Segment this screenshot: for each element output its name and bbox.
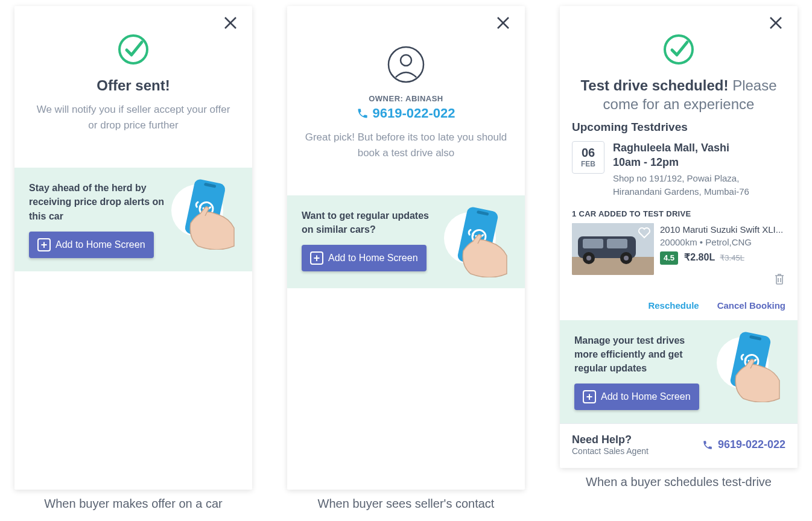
date-badge: 06 FEB xyxy=(572,141,604,174)
avatar-icon xyxy=(387,46,425,83)
heart-icon xyxy=(637,226,652,240)
car-image xyxy=(572,223,654,275)
cancel-booking-link[interactable]: Cancel Booking xyxy=(717,300,785,311)
phone-link[interactable]: 9619-022-022 xyxy=(304,106,508,121)
owner-label: OWNER: ABINASH xyxy=(304,94,508,103)
address: Shop no 191/192, Powai Plaza, Hiranandan… xyxy=(613,172,785,198)
caption: When buyer sees seller's contact xyxy=(318,497,495,511)
close-icon xyxy=(223,16,238,30)
phone-hand-illustration xyxy=(444,209,510,275)
car-meta: 20000km • Petrol,CNG xyxy=(660,236,785,248)
location-name: Raghuleela Mall, Vashi xyxy=(613,141,785,155)
success-check-icon xyxy=(118,34,149,65)
card-subtext: We will notify you if seller accept your… xyxy=(31,102,235,133)
help-heading: Need Help? xyxy=(572,434,649,446)
car-item: 2010 Maruti Suzuki Swift XLI... 20000km … xyxy=(572,223,785,275)
phone-hand-illustration xyxy=(171,181,238,247)
rating-badge: 4.5 xyxy=(660,251,678,265)
car-price: ₹2.80L xyxy=(684,252,715,262)
add-to-home-screen-button[interactable]: + Add to Home Screen xyxy=(302,245,427,271)
plus-icon: + xyxy=(583,390,596,403)
add-to-home-screen-button[interactable]: + Add to Home Screen xyxy=(29,232,154,258)
phone-hand-illustration xyxy=(717,333,783,400)
promo-banner: Stay ahead of the herd by receiving pric… xyxy=(14,168,252,271)
promo-banner: Want to get regular updates on similar c… xyxy=(287,195,525,288)
caption: When a buyer schedules test-drive xyxy=(586,475,772,489)
date-month: FEB xyxy=(581,160,595,168)
promo-text: Manage your test drives more efficiently… xyxy=(574,333,711,376)
promo-banner: Manage your test drives more efficiently… xyxy=(560,320,798,424)
testdrive-row: 06 FEB Raghuleela Mall, Vashi 10am - 12p… xyxy=(572,141,785,205)
help-sub: Contact Sales Agent xyxy=(572,446,649,456)
success-check-icon xyxy=(663,34,694,65)
title-bold: Test drive scheduled! xyxy=(580,77,728,93)
help-phone-number: 9619-022-022 xyxy=(718,438,785,451)
time-slot: 10am - 12pm xyxy=(613,156,785,169)
promo-text: Want to get regular updates on similar c… xyxy=(302,209,438,236)
caption: When buyer makes offer on a car xyxy=(44,497,222,511)
close-button[interactable] xyxy=(223,16,243,35)
phone-number: 9619-022-022 xyxy=(372,106,455,121)
button-label: Add to Home Screen xyxy=(328,253,418,264)
test-drive-scheduled-card: Test drive scheduled! Please come for an… xyxy=(560,6,798,468)
phone-icon xyxy=(702,440,713,450)
reschedule-link[interactable]: Reschedule xyxy=(648,300,699,311)
card-subtext: Great pick! But before its too late you … xyxy=(304,130,508,160)
plus-icon: + xyxy=(310,251,323,265)
button-label: Add to Home Screen xyxy=(56,239,145,250)
close-icon xyxy=(496,16,510,30)
help-bar: Need Help? Contact Sales Agent 9619-022-… xyxy=(560,423,798,468)
offer-sent-card: Offer sent! We will notify you if seller… xyxy=(14,6,252,490)
button-label: Add to Home Screen xyxy=(601,391,691,402)
promo-text: Stay ahead of the herd by receiving pric… xyxy=(29,181,165,223)
plus-icon: + xyxy=(37,238,51,251)
seller-contact-card: OWNER: ABINASH 9619-022-022 Great pick! … xyxy=(287,6,525,490)
car-name: 2010 Maruti Suzuki Swift XLI... xyxy=(660,223,785,236)
close-icon xyxy=(769,16,783,30)
card-title: Test drive scheduled! Please come for an… xyxy=(572,76,785,113)
close-button[interactable] xyxy=(496,16,515,35)
phone-icon xyxy=(357,107,369,119)
favorite-button[interactable] xyxy=(637,226,652,242)
card-title: Offer sent! xyxy=(31,76,235,95)
section-heading: Upcoming Testdrives xyxy=(572,121,785,134)
add-to-home-screen-button[interactable]: + Add to Home Screen xyxy=(574,384,699,410)
date-day: 06 xyxy=(582,147,595,159)
delete-button[interactable] xyxy=(773,273,785,288)
trash-icon xyxy=(773,273,785,286)
close-button[interactable] xyxy=(769,16,788,35)
car-count-label: 1 CAR ADDED TO TEST DRIVE xyxy=(572,209,785,218)
car-price-strike: ₹3.45L xyxy=(720,253,744,262)
help-phone-link[interactable]: 9619-022-022 xyxy=(702,438,785,451)
